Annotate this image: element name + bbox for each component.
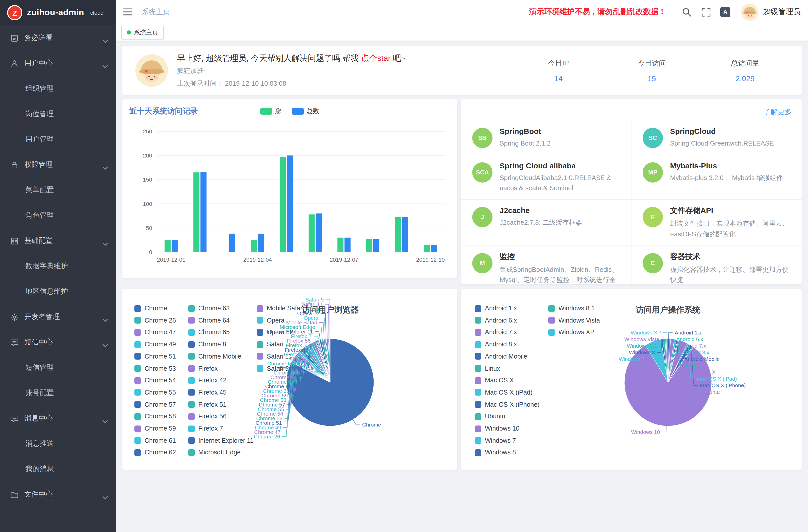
app-logo[interactable]: Z zuihou-admin cloud [0, 0, 116, 25]
pie-label-windows-vista: Windows Vista [624, 336, 659, 342]
visits-bar-chart: 0501001502002502019-12-012019-12-042019-… [129, 118, 452, 273]
tech-card-springcloud[interactable]: SCSpringCloudSpring Cloud Greenwich.RELE… [631, 121, 802, 155]
tech-grid: SBSpringBootSpring Boot 2.1.2SCSpringClo… [461, 121, 802, 284]
pie-label-windows-10: Windows 10 [631, 429, 660, 435]
tab-label: 系统主页 [134, 28, 158, 37]
sidebar-subitem-[interactable]: 短信管理 [0, 355, 116, 380]
legend-item-[interactable]: 您 [260, 107, 281, 116]
bar--2019-12-08 [366, 239, 372, 252]
last-login-label: 上次登录时间： [177, 79, 223, 87]
last-login-time: 2019-12-10 10:03:08 [225, 79, 286, 87]
greeting-texts: 早上好, 超级管理员, 今天帮别人解决问题了吗 帮我 点个star 吧~ 疯狂加… [177, 53, 544, 88]
search-icon[interactable] [682, 7, 692, 17]
bar-chart-legend: 您总数 [122, 107, 457, 116]
tech-card-[interactable]: M监控集成SpringBootAdmin、Zipkin、Redis、Mysql、… [461, 246, 631, 284]
tech-card-mybatis-plus[interactable]: MPMybatis-PlusMybatis-plus 3.2.0： Mybati… [631, 155, 802, 200]
sidebar-item-label: 权限管理 [24, 160, 103, 169]
tech-card-title: SpringCloud [670, 127, 774, 135]
sms-icon [10, 338, 19, 347]
sidebar-item-must-read[interactable]: 务必详看 [0, 25, 116, 51]
tech-card-desc: 虚拟化容器技术，让迁移、部署更加方便快捷 [670, 264, 791, 284]
sidebar-subitem-[interactable]: 岗位管理 [0, 102, 116, 127]
sidebar-item-label: 基础配置 [24, 236, 103, 245]
sidebar-subitem-[interactable]: 我的消息 [0, 456, 116, 482]
chevron-down-icon [103, 36, 108, 40]
greeting-avatar [135, 54, 168, 87]
tech-card-j2cache[interactable]: JJ2cacheJ2cache2.7.8: 二级缓存框架 [461, 200, 631, 246]
tech-card-api[interactable]: F文件存储API封装文件接口，实现本地存储、阿里云、FastDFS存储的配置化 [631, 200, 802, 246]
sidebar-item-base-config[interactable]: 基础配置 [0, 228, 116, 254]
tab-home[interactable]: 系统主页 [121, 25, 164, 39]
legend-swatch-icon [260, 108, 272, 115]
sidebar-item-sms-center[interactable]: 短信中心 [0, 330, 116, 355]
sidebar-item-message-center[interactable]: 消息中心 [0, 406, 116, 431]
sidebar-item-user-center[interactable]: 用户中心 [0, 51, 116, 76]
pie-label-line [663, 333, 667, 339]
stat-ip: 今日IP14 [544, 59, 573, 82]
os-pie-chart: Android 1.xAndroid 6.xAndroid 7.xAndroid… [461, 289, 802, 470]
tech-badge-icon: M [472, 253, 493, 273]
bar--2019-12-10 [424, 245, 430, 252]
user-avatar[interactable] [741, 3, 758, 20]
tech-card-body: J2cacheJ2cache2.7.8: 二级缓存框架 [500, 206, 582, 228]
pie-label-line [313, 340, 318, 341]
sidebar-subitem-[interactable]: 组织管理 [0, 76, 116, 102]
username-label[interactable]: 超级管理员 [763, 7, 801, 17]
bar--2019-12-05 [280, 157, 286, 252]
row-pies: ChromeChrome 26Chrome 47Chrome 49Chrome … [122, 289, 802, 470]
sidebar-menu: 务必详看用户中心组织管理岗位管理用户管理权限管理菜单配置角色管理基础配置数据字典… [0, 25, 116, 507]
tech-card-[interactable]: C容器技术虚拟化容器技术，让迁移、部署更加方便快捷 [631, 246, 802, 284]
greeting-card: 早上好, 超级管理员, 今天帮别人解决问题了吗 帮我 点个star 吧~ 疯狂加… [122, 46, 802, 95]
grid-icon [10, 237, 19, 245]
sidebar-subitem-[interactable]: 消息推送 [0, 431, 116, 456]
sidebar-subitem-[interactable]: 角色管理 [0, 203, 116, 228]
bar--2019-12-09 [402, 217, 408, 252]
pie-label-line [326, 300, 330, 339]
bar--2019-12-05 [287, 155, 293, 252]
font-size-icon[interactable]: A [720, 7, 730, 17]
star-link[interactable]: 点个star [361, 54, 390, 62]
tech-card-title: 监控 [500, 252, 620, 261]
main-area: 系统主页 演示环境维护不易，请勿乱删乱改数据！ A 超级管理员 系统主页 [116, 0, 808, 532]
y-tick-label: 250 [143, 128, 152, 135]
tech-card-body: 监控集成SpringBootAdmin、Zipkin、Redis、Mysql、定… [500, 252, 620, 284]
stat-label: 今日访问 [638, 59, 666, 68]
sidebar-subitem-[interactable]: 地区信息维护 [0, 279, 116, 304]
pie-label-windows-8: Windows 8 [629, 349, 655, 355]
menu-fold-icon[interactable] [122, 7, 133, 16]
sidebar-item-file-center[interactable]: 文件中心 [0, 482, 116, 507]
bar--2019-12-10 [431, 245, 437, 252]
sidebar-subitem-[interactable]: 数据字典维护 [0, 254, 116, 279]
fullscreen-icon[interactable] [701, 7, 711, 17]
tech-card-title: 容器技术 [670, 252, 791, 261]
sidebar-item-developer[interactable]: 开发者管理 [0, 304, 116, 330]
legend-item-[interactable]: 总数 [292, 107, 319, 116]
active-tab-dot-icon [127, 31, 131, 35]
y-tick-label: 200 [143, 152, 152, 159]
sidebar-subitem-[interactable]: 账号配置 [0, 380, 116, 406]
sidebar-item-label: 消息中心 [24, 414, 103, 423]
sidebar-subitem-[interactable]: 菜单配置 [0, 178, 116, 203]
tech-card-desc: Spring Cloud Greenwich.RELEASE [670, 139, 774, 149]
message-icon [10, 414, 19, 423]
tech-card-desc: 集成SpringBootAdmin、Zipkin、Redis、Mysql、定时任… [500, 264, 620, 284]
sidebar: Z zuihou-admin cloud 务必详看用户中心组织管理岗位管理用户管… [0, 0, 116, 532]
breadcrumb[interactable]: 系统主页 [142, 7, 170, 17]
legend-label: 总数 [307, 107, 319, 116]
bar--2019-12-06 [309, 214, 315, 252]
sidebar-item-auth-manage[interactable]: 权限管理 [0, 152, 116, 178]
logo-suffix: cloud [90, 10, 104, 16]
os-pie-panel: Android 1.xAndroid 6.xAndroid 7.xAndroid… [461, 289, 802, 470]
tech-stack-panel: 了解更多 SBSpringBootSpring Boot 2.1.2SCSpri… [461, 99, 802, 284]
tech-card-title: Spring Cloud alibaba [500, 161, 620, 170]
tech-card-spring-cloud-alibaba[interactable]: SCASpring Cloud alibabaSpringCloudAlibab… [461, 155, 631, 200]
tech-badge-icon: SC [643, 128, 663, 148]
logo-text: zuihou-admin [27, 7, 84, 18]
learn-more-link[interactable]: 了解更多 [764, 108, 792, 117]
tech-card-desc: Spring Boot 2.1.2 [500, 139, 551, 149]
tech-card-springboot[interactable]: SBSpringBootSpring Boot 2.1.2 [461, 121, 631, 155]
pie-label-windows-7: Windows 7 [619, 356, 645, 362]
x-tick-label: 2019-12-01 [157, 257, 186, 263]
sidebar-subitem-[interactable]: 用户管理 [0, 127, 116, 152]
stat-value: 14 [544, 74, 573, 82]
